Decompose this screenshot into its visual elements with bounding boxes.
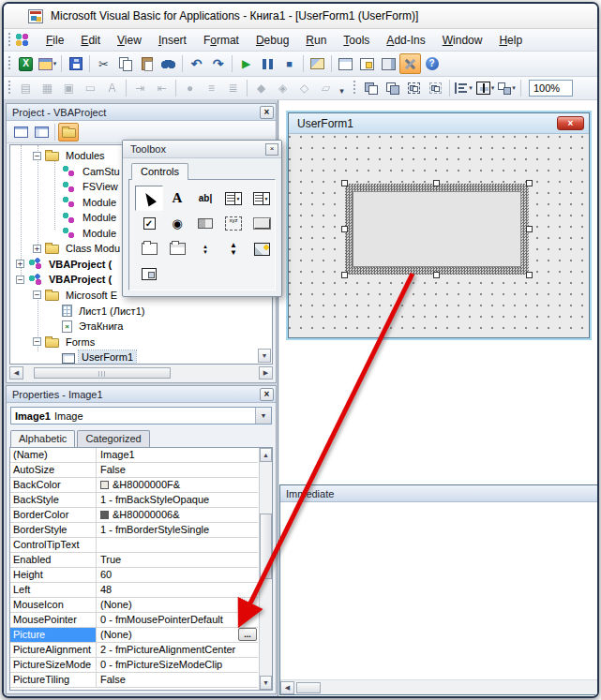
align-dropdown-icon[interactable]: ▾ <box>469 84 473 92</box>
property-name[interactable]: MouseIcon <box>10 598 97 612</box>
copy-button[interactable] <box>114 53 136 74</box>
tree-item-fsview[interactable]: FSView <box>50 179 121 194</box>
insert-userform-dropdown-icon[interactable]: ▾ <box>53 60 57 67</box>
uncomment-block-button[interactable]: ≣ <box>222 78 244 98</box>
insert-userform-button[interactable]: ▾ <box>37 53 58 74</box>
tree-item-этакнига[interactable]: ×ЭтаКнига <box>50 319 126 334</box>
toolbox-button[interactable] <box>399 53 421 74</box>
tree-item-class-modu[interactable]: +Class Modu <box>33 241 123 256</box>
toolbox-control-listbox[interactable] <box>248 186 276 211</box>
tree-item-camstu[interactable]: CamStu <box>50 164 123 179</box>
props-scroll-up-button[interactable]: ▲ <box>260 448 272 462</box>
tree-item-vbaproject[interactable]: +VBAProject ( <box>16 257 114 272</box>
toolbar-options-button[interactable]: ▾ <box>337 79 347 97</box>
collapse-icon[interactable]: − <box>33 337 41 346</box>
center-horizontally-button[interactable]: ▾ <box>474 78 496 98</box>
object-browser-button[interactable] <box>378 53 399 74</box>
property-value[interactable]: Image1 <box>97 448 258 462</box>
tab-categorized[interactable]: Categorized <box>77 430 149 447</box>
menu-insert[interactable]: Insert <box>150 31 195 50</box>
hscroll-left-button[interactable]: ◀ <box>9 366 23 380</box>
property-name[interactable]: Picture <box>10 628 97 642</box>
paste-button[interactable] <box>136 53 158 74</box>
properties-close-button[interactable]: × <box>260 388 274 401</box>
toolbox-control-refedit[interactable] <box>135 261 163 287</box>
toolbox-control-optionbutton[interactable]: ◉ <box>163 211 191 236</box>
toggle-breakpoint-button[interactable]: ● <box>179 78 201 98</box>
menu-run[interactable]: Run <box>297 31 335 50</box>
toolbox-close-button[interactable]: × <box>265 143 278 156</box>
next-bookmark-button[interactable]: ◈ <box>272 78 293 98</box>
outdent-button[interactable]: ⇤ <box>151 78 173 98</box>
property-value[interactable]: False <box>97 463 258 477</box>
props-scroll-thumb[interactable] <box>260 514 272 579</box>
property-value[interactable]: 0 - fmMousePointerDefault <box>97 613 258 627</box>
list-properties-methods-button[interactable]: ▤ <box>15 78 37 98</box>
properties-vscrollbar[interactable]: ▲▼ <box>259 448 272 690</box>
menu-file[interactable]: File <box>38 31 72 50</box>
immediate-titlebar[interactable]: Immediate <box>280 485 599 502</box>
toolbox-control-label[interactable]: A <box>163 186 191 211</box>
property-name[interactable]: AutoSize <box>10 463 97 477</box>
toolbox-control-frame[interactable]: xyz <box>219 211 248 236</box>
property-row-mouseicon[interactable]: MouseIcon(None) <box>10 598 258 613</box>
property-value[interactable]: True <box>97 553 258 567</box>
redo-button[interactable]: ↷ <box>207 53 229 74</box>
bring-to-front-button[interactable] <box>360 78 382 98</box>
property-value[interactable] <box>97 538 258 552</box>
property-row-backstyle[interactable]: BackStyle1 - fmBackStyleOpaque <box>10 493 258 508</box>
tree-item-forms[interactable]: −Forms <box>33 335 98 350</box>
tree-item-module[interactable]: Module <box>50 195 119 210</box>
project-close-button[interactable]: × <box>260 106 274 119</box>
property-row-enabled[interactable]: EnabledTrue <box>10 553 258 568</box>
undo-button[interactable]: ↶ <box>186 53 207 74</box>
property-value[interactable]: (None)... <box>97 628 258 642</box>
tree-item-лист1-лист1[interactable]: Лист1 (Лист1) <box>50 304 147 319</box>
design-mode-button[interactable] <box>307 53 328 74</box>
property-value[interactable]: &H80000006& <box>97 508 258 522</box>
project-tree-scroll-down-button[interactable]: ▼ <box>258 349 271 363</box>
collapse-icon[interactable]: − <box>16 276 24 284</box>
property-name[interactable]: PictureAlignment <box>10 643 97 657</box>
property-value[interactable]: 60 <box>97 568 258 582</box>
property-row-picturesizemode[interactable]: PictureSizeMode0 - fmPictureSizeModeClip <box>10 658 258 673</box>
make-same-size-button[interactable]: ▾ <box>496 78 518 98</box>
property-value[interactable]: (None) <box>97 598 258 612</box>
run-sub-userform-button[interactable]: ▶ <box>235 53 257 74</box>
align-button[interactable]: ▾ <box>453 78 474 98</box>
expand-icon[interactable]: + <box>33 245 41 253</box>
property-row-autosize[interactable]: AutoSizeFalse <box>10 463 258 478</box>
view-object-button[interactable] <box>31 123 52 141</box>
menu-format[interactable]: Format <box>195 31 248 50</box>
combo-dropdown-icon[interactable]: ▼ <box>255 408 271 424</box>
userform-canvas[interactable] <box>289 134 589 337</box>
parameter-info-button[interactable]: ▭ <box>80 78 101 98</box>
property-name[interactable]: BackColor <box>10 478 97 492</box>
toolbox-control-image[interactable] <box>248 236 276 261</box>
property-row-name[interactable]: (Name)Image1 <box>10 448 258 463</box>
find-button[interactable] <box>158 53 179 74</box>
view-microsoft-excel-button[interactable]: X <box>15 53 37 74</box>
property-name[interactable]: ControlTipText <box>10 538 97 552</box>
tree-item-module[interactable]: Module <box>50 210 119 225</box>
cut-button[interactable]: ✂ <box>93 53 114 74</box>
userform-close-button[interactable]: × <box>557 116 584 130</box>
toolbox-control-spinbutton[interactable]: ▲ ▼ <box>219 236 248 261</box>
collapse-icon[interactable]: − <box>33 290 41 299</box>
property-row-height[interactable]: Height60 <box>10 568 258 583</box>
collapse-icon[interactable]: − <box>33 152 41 160</box>
menu-window[interactable]: Window <box>434 31 491 50</box>
property-row-picturetiling[interactable]: PictureTilingFalse <box>10 673 258 688</box>
property-value[interactable]: 1 - fmBackStyleOpaque <box>97 493 258 507</box>
props-scroll-down-button[interactable]: ▼ <box>260 676 272 690</box>
image-control[interactable] <box>345 184 529 275</box>
center-horizontally-dropdown-icon[interactable]: ▾ <box>491 84 495 92</box>
tree-item-modules[interactable]: −Modules <box>33 148 108 163</box>
property-row-mousepointer[interactable]: MousePointer0 - fmMousePointerDefault <box>10 613 258 628</box>
project-hscrollbar[interactable]: ◀ ▶ <box>9 365 273 380</box>
quick-info-button[interactable]: ▣ <box>58 78 80 98</box>
property-name[interactable]: Enabled <box>10 553 97 567</box>
make-same-size-dropdown-icon[interactable]: ▾ <box>512 84 516 92</box>
property-row-picture[interactable]: Picture(None)... <box>10 628 258 643</box>
standard-toolbar-grip[interactable] <box>8 56 12 71</box>
